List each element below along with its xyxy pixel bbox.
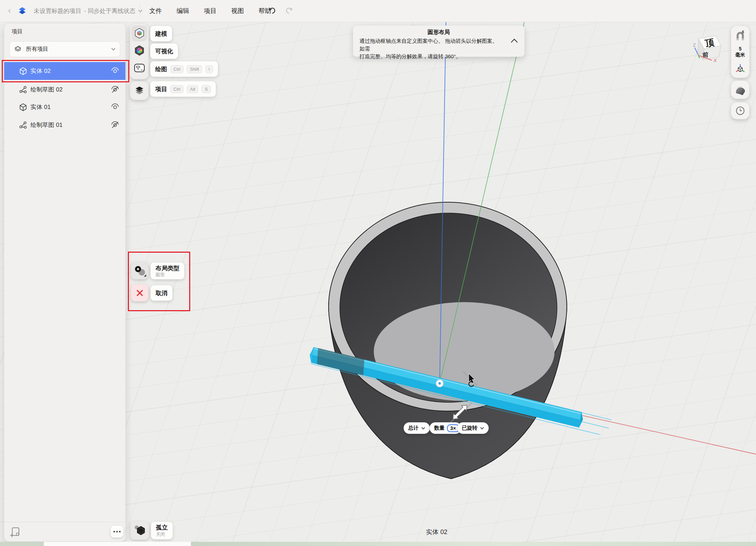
menu-bar: 文件 编辑 项目 视图 帮助 (142, 0, 279, 22)
pattern-quantity-control[interactable]: 数量 3× (429, 422, 461, 434)
layout-type-icon (133, 263, 147, 278)
menu-file[interactable]: 文件 (142, 7, 169, 15)
shading-mode-button[interactable] (731, 81, 749, 99)
grid-size-button[interactable]: 5 毫米 (731, 44, 749, 60)
sidebar-item-label: 绘制草图 02 (30, 86, 110, 94)
isolate-state: 关闭 (156, 532, 165, 537)
mode-drawing-button[interactable] (131, 60, 147, 76)
view-cube-top-label: 顶 (704, 37, 715, 49)
material-sphere-icon (734, 84, 746, 95)
isolate-icon (132, 523, 147, 538)
collapse-chevron-icon[interactable] (510, 38, 518, 43)
mode-rail (130, 24, 149, 79)
sidebar-item-sketch-02[interactable]: 绘制草图 02 (4, 81, 125, 98)
solid-body[interactable] (329, 202, 567, 479)
snap-toggle-button[interactable] (731, 28, 749, 43)
desktop-strip (0, 542, 756, 546)
project-rail (130, 81, 149, 100)
kbd-backslash: \ (205, 65, 213, 73)
layout-type-label: 布局类型 圆形 (151, 262, 184, 279)
modeling-hexcube-icon (134, 28, 145, 39)
tooltip-body: 通过拖动枢轴点来自定义图案中心。 拖动箭头以分解图案。 如需 打造完整、均等的分… (359, 37, 503, 60)
back-button[interactable]: ‹ (5, 5, 14, 16)
menu-view[interactable]: 视图 (224, 7, 251, 15)
cancel-x-icon (136, 289, 144, 297)
drawing-icon (133, 63, 145, 73)
grid-size-value: 5 (735, 46, 745, 52)
view-cube[interactable]: 顶 前 Z X (687, 32, 727, 66)
mode-modeling-button[interactable] (131, 25, 147, 41)
axis-orientation-button[interactable] (731, 60, 749, 76)
undo-icon[interactable] (268, 6, 277, 15)
add-item-icon (9, 526, 21, 538)
project-filter-value: 所有项目 (26, 46, 107, 53)
kbd-ctrl: Ctrl (170, 65, 184, 73)
pattern-pivot-handle[interactable] (436, 380, 444, 387)
pattern-rotated-dropdown[interactable]: 已旋转 (457, 422, 489, 434)
menu-project[interactable]: 项目 (197, 7, 224, 15)
chevron-down-icon (421, 427, 425, 430)
layout-type-value: 圆形 (156, 272, 165, 277)
body-cube-icon (19, 67, 28, 75)
tooltip-title: 圆形布局 (353, 29, 524, 36)
sidebar-item-sketch-01[interactable]: 绘制草图 01 (4, 116, 125, 134)
sketch-icon (19, 121, 28, 129)
grid-size-unit: 毫米 (735, 52, 745, 58)
axis-x-label: X (713, 58, 717, 63)
document-title-text: 未设置标题的项目 (34, 7, 81, 15)
menu-edit[interactable]: 编辑 (169, 7, 197, 15)
sidebar-footer-divider (4, 522, 125, 522)
visibility-eye-icon[interactable] (110, 67, 120, 75)
chevron-down-icon (111, 48, 116, 51)
axis-triad-icon (735, 63, 745, 74)
sidebar-item-label: 绘制草图 01 (30, 121, 110, 129)
isolate-label: 孤立 关闭 (151, 522, 173, 539)
ellipsis-icon (113, 530, 121, 533)
history-button[interactable] (731, 102, 749, 119)
visibility-eye-icon[interactable] (110, 103, 120, 111)
document-title[interactable]: 未设置标题的项目 - 同步处于离线状态 (34, 0, 143, 22)
modeling-label: 建模 (150, 26, 172, 41)
circular-pattern-tooltip: 圆形布局 通过拖动枢轴点来自定义图案中心。 拖动箭头以分解图案。 如需 打造完整… (353, 26, 524, 57)
cancel-button[interactable] (131, 284, 148, 301)
kbd-s: S (201, 85, 211, 93)
magnet-icon (735, 30, 745, 41)
project-filter-select[interactable]: 所有项目 (9, 41, 120, 57)
layout-type-button[interactable] (131, 262, 148, 279)
kbd-ctrl: Ctrl (170, 85, 184, 93)
kbd-shift: Shift (187, 65, 202, 73)
app-logo-icon (18, 6, 27, 15)
sidebar-item-body-02[interactable]: 实体 02 (4, 62, 125, 80)
sidebar-item-label: 实体 02 (30, 67, 110, 75)
axis-z-label: Z (693, 42, 696, 48)
sidebar-item-body-01[interactable]: 实体 01 (4, 98, 125, 116)
axis-z-tick (695, 48, 698, 55)
sidebar-header: 项目 (12, 28, 23, 35)
project-layers-button[interactable] (131, 82, 147, 98)
project-layers-icon (134, 85, 145, 96)
clock-icon (735, 105, 745, 116)
project-label: 项目 Ctrl Alt S (150, 81, 216, 97)
layers-icon (14, 46, 22, 53)
add-item-button[interactable] (8, 525, 22, 539)
pattern-total-dropdown[interactable]: 总计 (404, 422, 430, 434)
chevron-down-icon (480, 427, 484, 430)
mode-visualization-button[interactable] (131, 42, 147, 59)
visualization-label: 可视化 (150, 43, 178, 59)
more-options-button[interactable] (111, 526, 123, 538)
axis-y-tick (698, 55, 700, 58)
cancel-label: 取消 (151, 285, 172, 301)
visibility-eye-off-icon[interactable] (110, 121, 120, 129)
selection-name-label: 实体 02 (426, 528, 447, 536)
app-window: ‹ 未设置标题的项目 - 同步处于离线状态 文件 编辑 项目 视图 帮助 (0, 0, 756, 546)
isolate-button[interactable] (130, 521, 149, 540)
drawing-label: 绘图 Ctrl Shift \ (150, 61, 218, 77)
titlebar-divider (140, 5, 140, 17)
visualization-colorwheel-icon (134, 45, 145, 56)
project-sidebar: 项目 所有项目 实体 02 (4, 24, 125, 541)
sync-status-text: - 同步处于离线状态 (84, 7, 135, 15)
visibility-eye-off-icon[interactable] (110, 86, 120, 94)
view-settings-rail: 5 毫米 (731, 26, 749, 78)
redo-icon[interactable] (284, 6, 294, 15)
titlebar-divider-2 (262, 5, 262, 17)
